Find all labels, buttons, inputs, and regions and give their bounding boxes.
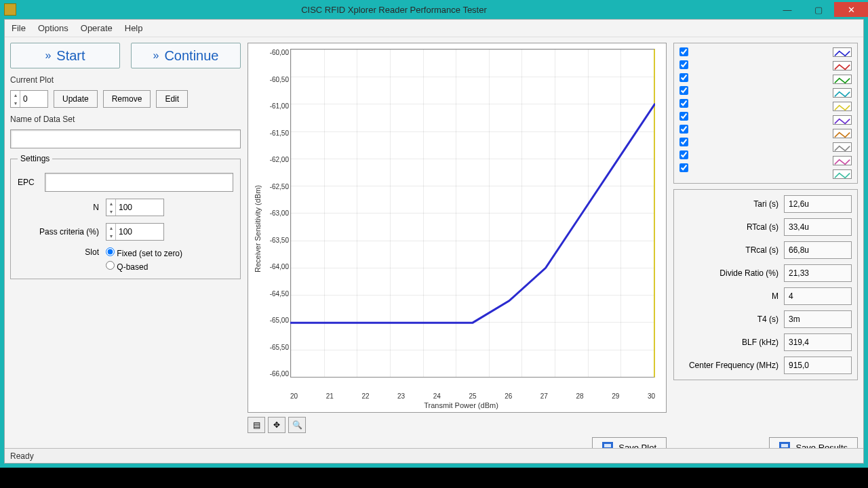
param-row-2: TRcal (s) [679, 241, 852, 259]
legend-checkbox-3[interactable] [679, 86, 688, 95]
slot-label: Slot [18, 247, 99, 257]
dataset-name-input[interactable] [10, 129, 241, 148]
legend-swatch-8[interactable] [833, 156, 852, 165]
legend-swatch-3[interactable] [833, 88, 852, 98]
epc-input[interactable] [45, 173, 233, 192]
epc-label: EPC [18, 178, 38, 187]
start-button-label: Start [56, 48, 85, 64]
dataset-label: Name of Data Set [10, 115, 241, 124]
continue-icon: » [153, 49, 159, 62]
play-icon: » [45, 49, 51, 62]
y-ticks: -60,00-60,50-61,00-61,50-62,00-62,50-63,… [262, 49, 289, 378]
edit-button[interactable]: Edit [156, 90, 188, 108]
n-stepper[interactable]: ▴▾ [106, 199, 164, 216]
chart-tool-1[interactable]: ▤ [248, 417, 265, 433]
legend-swatch-9[interactable] [833, 169, 852, 179]
start-button[interactable]: » Start [10, 43, 120, 68]
app-icon [4, 3, 16, 16]
legend-checkbox-7[interactable] [679, 138, 688, 146]
param-row-4: M [679, 287, 852, 305]
param-row-3: Divide Ratio (%) [679, 264, 852, 282]
param-value [784, 195, 852, 213]
legend-checkbox-5[interactable] [679, 112, 688, 121]
legend-checkbox-6[interactable] [679, 125, 688, 134]
legend-swatch-7[interactable] [833, 142, 852, 152]
continue-button[interactable]: » Continue [131, 43, 241, 68]
legend-checkbox-9[interactable] [679, 163, 688, 172]
legend-checkbox-0[interactable] [679, 47, 688, 56]
pass-criteria-value[interactable] [116, 224, 163, 240]
x-axis-label: Transmit Power (dBm) [262, 401, 660, 409]
slot-fixed-radio[interactable]: Fixed (set to zero) [106, 247, 182, 258]
param-value [784, 333, 852, 351]
param-row-7: Center Frequency (MHz) [679, 357, 852, 374]
param-row-0: Tari (s) [679, 195, 852, 213]
menu-help[interactable]: Help [125, 23, 143, 33]
chart-toolbar: ▤ ✥ 🔍 [248, 417, 667, 433]
series-legend [673, 43, 858, 184]
menu-bar: File Options Operate Help [5, 20, 863, 37]
legend-swatch-1[interactable] [833, 61, 852, 70]
status-text: Ready [10, 451, 34, 461]
n-value[interactable] [116, 199, 163, 216]
y-axis-label: Receiver Sensitivity (dBm) [254, 49, 262, 409]
window-titlebar: CISC RFID Xplorer Reader Performance Tes… [0, 0, 868, 19]
param-label: RTcal (s) [679, 222, 778, 232]
pass-criteria-label: Pass criteria (%) [18, 227, 99, 237]
window-title: CISC RFID Xplorer Reader Performance Tes… [16, 5, 772, 15]
menu-options[interactable]: Options [38, 23, 68, 33]
param-value [784, 264, 852, 282]
window-maximize-button[interactable]: ▢ [803, 2, 834, 17]
legend-checkbox-2[interactable] [679, 73, 688, 82]
x-ticks: 2021222324252627282930 [290, 392, 655, 400]
current-plot-stepper[interactable]: ▴▾ [10, 90, 48, 108]
remove-button[interactable]: Remove [103, 90, 151, 108]
param-label: T4 (s) [679, 314, 778, 324]
parameters-panel: Tari (s)RTcal (s)TRcal (s)Divide Ratio (… [673, 189, 858, 380]
chart-container: Receiver Sensitivity (dBm) -60,00-60,50-… [248, 43, 667, 413]
param-value [784, 310, 852, 328]
pass-criteria-stepper[interactable]: ▴▾ [106, 223, 164, 241]
param-value [784, 241, 852, 259]
legend-checkbox-4[interactable] [679, 99, 688, 108]
param-row-6: BLF (kHz) [679, 333, 852, 351]
legend-swatch-0[interactable] [833, 47, 852, 57]
menu-operate[interactable]: Operate [81, 23, 113, 33]
param-row-5: T4 (s) [679, 310, 852, 328]
param-value [784, 287, 852, 305]
current-plot-value[interactable] [20, 91, 47, 107]
settings-legend: Settings [18, 154, 52, 163]
param-label: TRcal (s) [679, 245, 778, 255]
legend-swatch-2[interactable] [833, 75, 852, 84]
param-label: M [679, 291, 778, 301]
legend-checkbox-8[interactable] [679, 150, 688, 159]
status-bar: Ready [5, 448, 863, 463]
continue-button-label: Continue [164, 48, 218, 64]
n-label: N [18, 203, 99, 212]
chart-line [290, 49, 655, 378]
current-plot-label: Current Plot [10, 75, 241, 85]
legend-swatch-6[interactable] [833, 129, 852, 138]
slot-q-radio[interactable]: Q-based [106, 261, 182, 272]
legend-swatch-4[interactable] [833, 102, 852, 111]
param-label: Center Frequency (MHz) [679, 361, 778, 370]
window-close-button[interactable]: ✕ [834, 2, 868, 17]
legend-swatch-5[interactable] [833, 115, 852, 125]
settings-group: Settings EPC N ▴▾ Pass criteria (%) [10, 154, 241, 279]
menu-file[interactable]: File [12, 23, 26, 33]
window-minimize-button[interactable]: — [772, 2, 803, 17]
param-value [784, 218, 852, 236]
param-row-1: RTcal (s) [679, 218, 852, 236]
param-label: Divide Ratio (%) [679, 268, 778, 278]
param-label: BLF (kHz) [679, 338, 778, 347]
param-value [784, 357, 852, 374]
chart-tool-3[interactable]: 🔍 [288, 417, 306, 433]
update-button[interactable]: Update [54, 90, 98, 108]
legend-checkbox-1[interactable] [679, 60, 688, 69]
chart-tool-2[interactable]: ✥ [268, 417, 285, 433]
param-label: Tari (s) [679, 199, 778, 209]
